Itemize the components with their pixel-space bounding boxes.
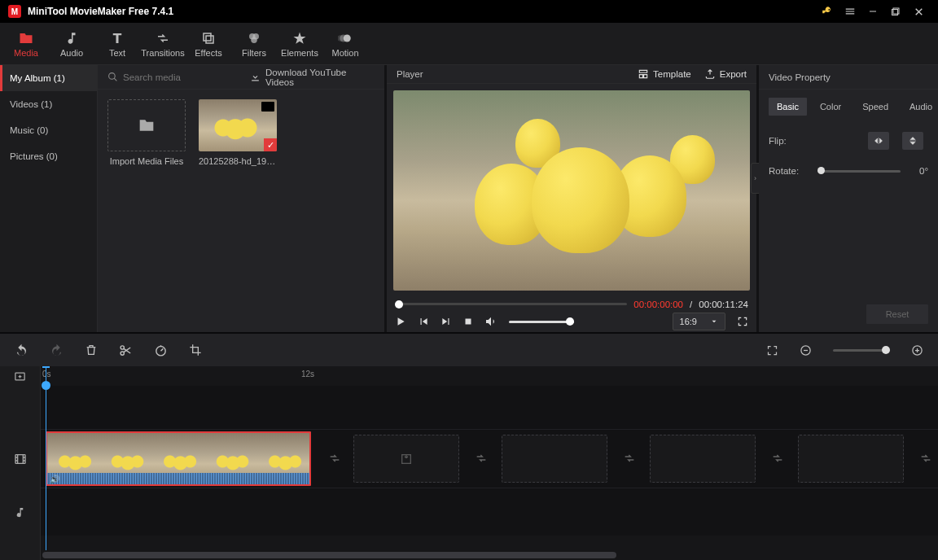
transition-slot-icon[interactable] [619,448,640,469]
fullscreen-button[interactable] [737,316,748,327]
download-icon [250,72,261,82]
undo-button[interactable] [15,343,28,357]
flip-vertical-button[interactable] [902,132,923,150]
transition-slot-icon[interactable] [471,448,492,469]
svg-rect-18 [15,455,25,464]
player-title: Player [397,69,423,79]
flip-horizontal-button[interactable] [868,132,889,150]
add-track-button[interactable] [0,366,40,386]
playback-scrubber[interactable] [395,303,627,305]
zoom-in-button[interactable] [911,344,923,357]
effects-track[interactable] [41,386,938,430]
zoom-fit-button[interactable] [766,344,778,357]
volume-icon[interactable] [484,315,497,328]
download-youtube-button[interactable]: Download YouTube Videos [250,68,375,87]
menu-icon[interactable] [839,0,861,23]
template-button[interactable]: Template [638,68,691,80]
audio-track[interactable] [41,488,938,536]
empty-clip-slot[interactable] [798,435,904,483]
ribbon-label: Audio [60,48,83,58]
zoom-slider[interactable] [833,349,890,352]
ribbon-filters[interactable]: Filters [231,23,277,65]
video-preview[interactable] [393,90,750,291]
export-button[interactable]: Export [704,68,747,80]
empty-clip-slot[interactable] [502,435,607,483]
speed-button[interactable] [154,343,168,357]
upgrade-key-icon[interactable] [816,0,839,23]
empty-clip-slot[interactable] [650,435,756,483]
reset-button[interactable]: Reset [866,304,928,324]
playhead[interactable] [46,366,46,550]
volume-slider[interactable] [509,321,574,323]
import-label: Import Media Files [110,156,183,166]
rotate-label: Rotate: [769,166,809,176]
delete-button[interactable] [85,343,98,357]
ribbon-motion[interactable]: Motion [322,23,368,65]
svg-point-12 [121,345,124,348]
properties-panel: › Video Property Basic Color Speed Audio… [759,65,938,332]
ribbon-text[interactable]: Text [94,23,140,65]
zoom-out-button[interactable] [800,344,812,357]
text-icon [110,30,125,46]
close-icon[interactable] [907,0,930,23]
next-frame-button[interactable] [441,316,452,327]
app-logo: M [8,5,21,18]
minimize-icon[interactable] [861,0,884,23]
panel-collapse-handle[interactable]: › [751,163,759,194]
ribbon-label: Elements [281,48,318,58]
transition-slot-icon[interactable] [767,448,788,469]
empty-clip-slot[interactable] [353,435,459,483]
template-icon [638,68,649,80]
props-title: Video Property [769,72,831,82]
search-icon [107,72,118,82]
ribbon-elements[interactable]: Elements [277,23,322,65]
stop-button[interactable] [463,317,473,326]
ribbon-media[interactable]: Media [3,23,49,65]
timeline-ruler[interactable]: 0s 12s [41,366,938,386]
maximize-icon[interactable] [884,0,907,23]
flip-label: Flip: [769,136,809,146]
timeline: 0s 12s 🔊 [0,332,938,560]
transition-slot-icon[interactable] [324,448,345,469]
ribbon-label: Filters [242,48,266,58]
media-thumbnail[interactable]: ✓ [199,99,277,151]
prev-frame-button[interactable] [418,316,429,327]
timeline-clip[interactable]: 🔊 [46,431,311,486]
import-media-button[interactable] [107,99,186,151]
media-thumb-label: 20125288-hd_1920... [199,156,277,166]
ruler-tick: 0s [42,370,51,378]
titlebar: M MiniTool MovieMaker Free 7.4.1 [0,0,938,23]
play-button[interactable] [395,316,406,327]
timeline-scrollbar[interactable] [41,552,938,558]
svg-point-13 [121,351,124,354]
transition-slot-icon[interactable] [915,448,936,469]
player-panel: Player Template Export 00:00:00:00 / 00:… [384,65,759,332]
transition-icon [156,30,170,46]
video-track-icon [0,430,40,488]
sidebar-item-pictures[interactable]: Pictures (0) [0,143,97,169]
export-icon [704,68,716,80]
music-note-icon [64,30,79,46]
sidebar-item-music[interactable]: Music (0) [0,117,97,143]
ribbon-audio[interactable]: Audio [49,23,94,65]
tab-audio[interactable]: Audio [901,98,938,116]
sidebar-item-videos[interactable]: Videos (1) [0,91,97,117]
redo-button[interactable] [50,343,64,357]
tab-speed[interactable]: Speed [854,98,896,116]
ruler-tick: 12s [301,370,314,378]
rotate-slider[interactable] [817,170,901,173]
ribbon-effects[interactable]: Effects [186,23,231,65]
aspect-ratio-select[interactable]: 16:9 [673,313,725,330]
video-track[interactable]: 🔊 [41,430,938,488]
chevron-down-icon [710,317,718,326]
svg-rect-11 [466,319,471,325]
main-ribbon: Media Audio Text Transitions Effects Fil… [0,23,938,65]
tab-basic[interactable]: Basic [769,98,807,116]
crop-button[interactable] [189,343,202,357]
sidebar-item-myalbum[interactable]: My Album (1) [0,65,97,91]
ribbon-transitions[interactable]: Transitions [140,23,186,65]
search-input[interactable] [123,72,237,82]
tab-color[interactable]: Color [812,98,849,116]
elements-icon [292,30,307,46]
split-button[interactable] [119,343,133,357]
